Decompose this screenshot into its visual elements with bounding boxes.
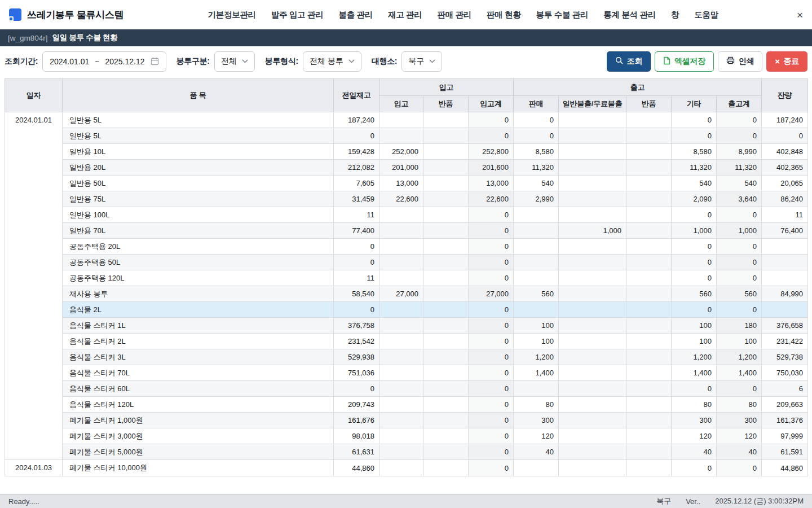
cell-in[interactable] [379,349,423,365]
cell-in-total[interactable]: 0 [469,365,514,381]
agency-select[interactable]: 북구 [401,51,442,72]
menu-item-4[interactable]: 판매 관리 [438,10,472,20]
cell-in[interactable] [379,444,423,460]
cell-in-total[interactable]: 0 [469,239,514,255]
cell-out-total[interactable]: 1,000 [717,223,762,239]
cell-issue[interactable] [559,349,626,365]
cell-in[interactable] [379,334,423,349]
cell-in-total[interactable]: 0 [469,223,514,239]
cell-sale[interactable]: 80 [514,397,559,413]
cell-item[interactable]: 일반용 5L [63,112,334,128]
cell-issue[interactable] [559,112,626,128]
cell-remaining[interactable]: 97,999 [762,428,808,444]
cell-etc[interactable]: 11,320 [672,160,717,176]
cell-remaining[interactable]: 0 [762,128,808,144]
cell-in-total[interactable]: 0 [469,381,514,397]
cell-etc[interactable]: 560 [672,286,717,302]
cell-in[interactable] [379,239,423,255]
cell-in-return[interactable] [423,428,469,444]
cell-in-return[interactable] [423,460,469,476]
cell-in[interactable] [379,365,423,381]
cell-in-return[interactable] [423,302,469,318]
table-row[interactable]: 일반용 20L212,082201,000201,60011,32011,320… [5,160,808,176]
cell-in-return[interactable] [423,255,469,270]
cell-issue[interactable] [559,207,626,223]
cell-prev-stock[interactable]: 44,860 [334,460,379,476]
cell-prev-stock[interactable]: 58,540 [334,286,379,302]
cell-remaining[interactable]: 6 [762,381,808,397]
cell-sale[interactable]: 100 [514,334,559,349]
cell-sale[interactable]: 8,580 [514,144,559,160]
cell-out-total[interactable]: 0 [717,255,762,270]
cell-in[interactable] [379,128,423,144]
menu-item-9[interactable]: 도움말 [694,10,718,20]
cell-in[interactable] [379,413,423,428]
cell-in[interactable]: 27,000 [379,286,423,302]
cell-remaining[interactable]: 44,860 [762,460,808,476]
cell-issue[interactable] [559,397,626,413]
bag-type-select[interactable]: 전체 [214,51,255,72]
cell-etc[interactable]: 120 [672,428,717,444]
window-close-icon[interactable]: × [797,10,803,20]
cell-issue[interactable] [559,286,626,302]
cell-in-total[interactable]: 0 [469,128,514,144]
cell-sale[interactable]: 40 [514,444,559,460]
table-row[interactable]: 음식물 스티커 1L376,7580100100180376,658 [5,318,808,334]
cell-etc[interactable]: 100 [672,334,717,349]
cell-issue[interactable] [559,144,626,160]
cell-out-return[interactable] [626,176,672,191]
table-row[interactable]: 음식물 스티커 2L231,5420100100100231,422 [5,334,808,349]
cell-sale[interactable]: 0 [514,112,559,128]
cell-prev-stock[interactable]: 0 [334,302,379,318]
cell-prev-stock[interactable]: 77,400 [334,223,379,239]
table-row[interactable]: 일반용 50L7,60513,00013,00054054054020,065 [5,176,808,191]
table-row[interactable]: 공동주택용 20L0000 [5,239,808,255]
cell-in-total[interactable]: 0 [469,255,514,270]
cell-out-total[interactable]: 0 [717,112,762,128]
cell-in-return[interactable] [423,381,469,397]
cell-item[interactable]: 일반용 100L [63,207,334,223]
cell-prev-stock[interactable]: 376,758 [334,318,379,334]
cell-remaining[interactable]: 20,065 [762,176,808,191]
cell-out-total[interactable]: 0 [717,460,762,476]
excel-save-button[interactable]: 엑셀저장 [655,51,714,72]
cell-issue[interactable]: 1,000 [559,223,626,239]
cell-in-return[interactable] [423,397,469,413]
cell-item[interactable]: 음식물 스티커 3L [63,349,334,365]
cell-item[interactable]: 음식물 스티커 2L [63,334,334,349]
cell-out-total[interactable]: 1,200 [717,349,762,365]
cell-item[interactable]: 일반용 10L [63,144,334,160]
cell-etc[interactable]: 0 [672,112,717,128]
cell-prev-stock[interactable]: 61,631 [334,444,379,460]
cell-remaining[interactable]: 61,591 [762,444,808,460]
cell-out-return[interactable] [626,334,672,349]
cell-etc[interactable]: 540 [672,176,717,191]
cell-in[interactable] [379,223,423,239]
cell-etc[interactable]: 40 [672,444,717,460]
cell-item[interactable]: 음식물 스티커 120L [63,397,334,413]
cell-item[interactable]: 음식물 스티커 60L [63,381,334,397]
cell-out-total[interactable]: 8,990 [717,144,762,160]
print-button[interactable]: 인쇄 [718,51,762,72]
cell-prev-stock[interactable]: 31,459 [334,191,379,207]
cell-out-return[interactable] [626,286,672,302]
cell-out-total[interactable]: 0 [717,128,762,144]
cell-out-return[interactable] [626,460,672,476]
cell-in-return[interactable] [423,444,469,460]
cell-in-total[interactable]: 0 [469,318,514,334]
cell-out-total[interactable]: 40 [717,444,762,460]
cell-item[interactable]: 일반용 75L [63,191,334,207]
cell-in[interactable] [379,460,423,476]
menu-item-8[interactable]: 창 [671,10,679,20]
cell-date[interactable]: 2024.01.01 [5,112,63,460]
menu-item-2[interactable]: 불출 관리 [338,10,373,20]
cell-item[interactable]: 폐기물 스티커 3,000원 [63,428,334,444]
cell-etc[interactable]: 2,090 [672,191,717,207]
cell-issue[interactable] [559,334,626,349]
cell-out-return[interactable] [626,444,672,460]
cell-out-return[interactable] [626,270,672,286]
cell-out-return[interactable] [626,365,672,381]
cell-remaining[interactable]: 161,376 [762,413,808,428]
cell-prev-stock[interactable]: 161,676 [334,413,379,428]
cell-etc[interactable]: 1,200 [672,349,717,365]
